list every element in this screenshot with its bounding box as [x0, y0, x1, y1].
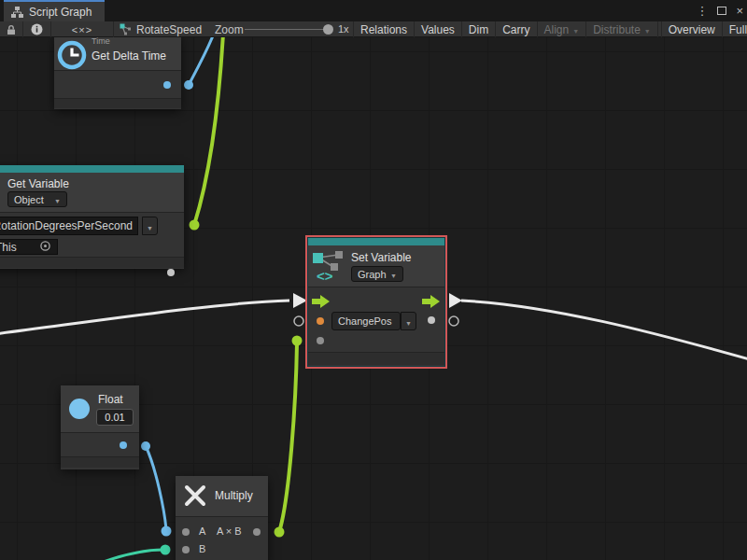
multiply-icon	[184, 484, 206, 507]
variable-color-bar	[0, 165, 184, 173]
info-button[interactable]	[23, 21, 51, 37]
wire-multiply-to-setvar	[279, 343, 297, 532]
zoom-slider-thumb[interactable]	[323, 24, 333, 35]
variable-name-caret-button[interactable]	[401, 312, 416, 330]
empty-port-ring-right[interactable]	[449, 316, 458, 326]
unity-graph-window: Script Graph ⋮ × <×>	[0, 0, 747, 560]
graph-asset-breadcrumb[interactable]: RotateSpeed	[120, 21, 202, 37]
node-header: Multiply	[176, 476, 268, 516]
input-port-fallback[interactable]	[317, 337, 324, 344]
carry-button[interactable]: Carry	[496, 21, 537, 37]
zoom-label: Zoom	[215, 23, 244, 36]
port-label-a: A	[199, 525, 205, 537]
node-title: Get Delta Time	[92, 49, 166, 63]
window-controls: ⋮ ×	[696, 0, 743, 21]
distribute-dropdown[interactable]: Distribute	[586, 21, 658, 37]
float-value-input[interactable]: 0.01	[96, 409, 134, 426]
output-port-deltatime[interactable]	[163, 81, 171, 89]
relations-button[interactable]: Relations	[354, 21, 415, 37]
input-port-value[interactable]	[317, 317, 324, 325]
caret-down-icon	[147, 217, 153, 234]
graph-toolbar: <×> RotateSpeed Zoom 1x Relations Values…	[0, 21, 747, 37]
node-get-delta-time[interactable]: Time Get Delta Time	[54, 37, 181, 109]
graph-variable-icon: <>	[311, 251, 346, 283]
input-port-a[interactable]	[182, 528, 190, 536]
wire-endpoint-green	[292, 336, 303, 346]
align-dropdown[interactable]: Align	[538, 21, 587, 37]
wire-endpoint-blue	[141, 441, 150, 451]
dim-button[interactable]: Dim	[462, 21, 496, 37]
variable-name-dropdown[interactable]: ChangePos	[331, 312, 401, 330]
flow-output-port[interactable]	[422, 295, 441, 308]
node-body	[61, 432, 139, 456]
variable-kind-dropdown[interactable]: Graph	[351, 266, 403, 282]
wire-endpoint-blue	[184, 80, 193, 90]
overview-button[interactable]: Overview	[661, 21, 723, 37]
node-float[interactable]: Float 0.01	[61, 385, 139, 469]
close-icon[interactable]: ×	[736, 5, 743, 17]
output-port-result[interactable]	[253, 528, 261, 536]
output-port-float[interactable]	[120, 441, 127, 449]
node-header: <> Set Variable Graph	[308, 245, 444, 287]
node-title: Set Variable	[351, 251, 411, 264]
node-body: A A × B B	[176, 516, 268, 560]
node-multiply[interactable]: Multiply A A × B B	[176, 476, 268, 560]
variable-name-caret-button[interactable]	[142, 217, 158, 235]
node-footer	[61, 456, 139, 468]
menu-icon[interactable]: ⋮	[696, 5, 708, 17]
node-title: Get Variable	[7, 177, 69, 190]
empty-port-ring-left[interactable]	[294, 316, 303, 326]
node-footer	[308, 352, 444, 365]
node-footer	[0, 257, 184, 268]
port-label-result: A × B	[217, 525, 242, 537]
wire-endpoint-blue	[162, 526, 172, 537]
float-icon	[69, 399, 90, 419]
variable-kind-dropdown[interactable]: Object	[7, 191, 67, 207]
selection-border: <> Set Variable Graph	[305, 235, 447, 369]
wire-float-to-multiply	[146, 446, 166, 529]
lock-button[interactable]	[0, 21, 23, 37]
code-view-button[interactable]: <×>	[51, 21, 114, 37]
node-header: Get Variable Object	[0, 173, 184, 212]
output-port-value[interactable]	[167, 269, 175, 276]
graph-asset-name: RotateSpeed	[136, 23, 202, 36]
tab-script-graph[interactable]: Script Graph	[4, 0, 105, 21]
output-port-value[interactable]	[428, 316, 435, 324]
caret-down-icon	[54, 194, 61, 205]
wire-endpoint-green	[190, 220, 200, 231]
zoom-slider-track[interactable]	[245, 29, 327, 30]
node-header: Float 0.01	[61, 385, 139, 432]
lock-icon	[6, 24, 17, 35]
port-label-b: B	[199, 543, 205, 554]
caret-down-icon	[405, 313, 412, 329]
info-icon	[31, 23, 43, 35]
clock-icon	[56, 39, 88, 71]
caret-down-icon	[572, 23, 579, 36]
wire-arrowhead-out	[449, 293, 462, 308]
input-port-b[interactable]	[182, 546, 190, 553]
wire-deltatime-up	[189, 37, 214, 85]
full-screen-button[interactable]: Full Screen	[723, 21, 747, 37]
node-category: Time	[92, 37, 110, 46]
object-picker-icon[interactable]	[39, 240, 51, 252]
node-set-variable[interactable]: <> Set Variable Graph	[308, 238, 444, 366]
wire-flow-out	[461, 301, 747, 360]
flow-input-port[interactable]	[312, 295, 331, 308]
graph-canvas[interactable]: Time Get Delta Time Get Variable Object …	[0, 37, 747, 560]
maximize-icon[interactable]	[717, 7, 726, 15]
tab-bar: Script Graph ⋮ ×	[0, 0, 747, 21]
node-footer	[54, 98, 181, 108]
node-body: ChangePos	[308, 287, 444, 352]
node-get-variable[interactable]: Get Variable Object RotationDegreesPerSe…	[0, 165, 184, 269]
caret-down-icon	[644, 23, 651, 36]
node-title: Float	[98, 393, 123, 406]
values-button[interactable]: Values	[415, 21, 462, 37]
caret-down-icon	[390, 269, 397, 280]
toolbar-buttons: Relations Values Dim Carry Align Distrib…	[354, 21, 747, 37]
zoom-value: 1x	[338, 23, 349, 35]
wire-flow-in	[0, 301, 289, 334]
node-body: RotationDegreesPerSecond This	[0, 212, 184, 257]
svg-text:<>: <>	[317, 268, 333, 283]
wire-endpoint-green	[275, 527, 285, 538]
variable-name-field[interactable]: RotationDegreesPerSecond	[0, 217, 138, 235]
